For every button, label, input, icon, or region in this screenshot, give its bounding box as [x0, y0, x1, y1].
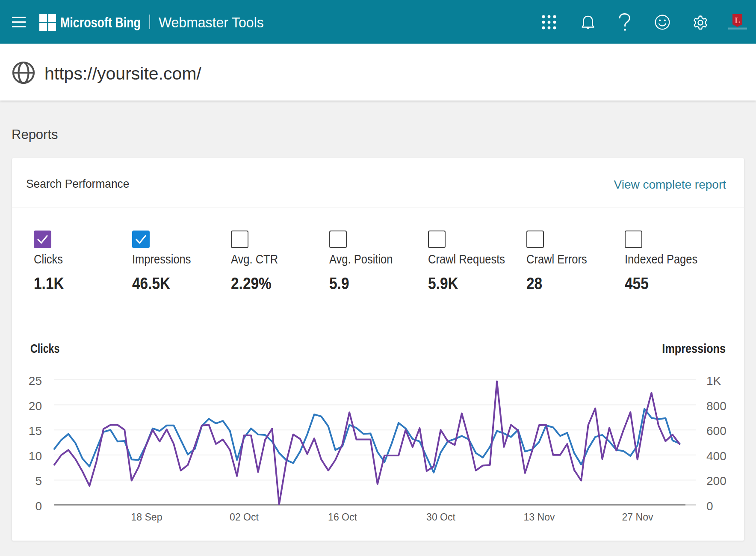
svg-text:L: L: [735, 16, 740, 25]
